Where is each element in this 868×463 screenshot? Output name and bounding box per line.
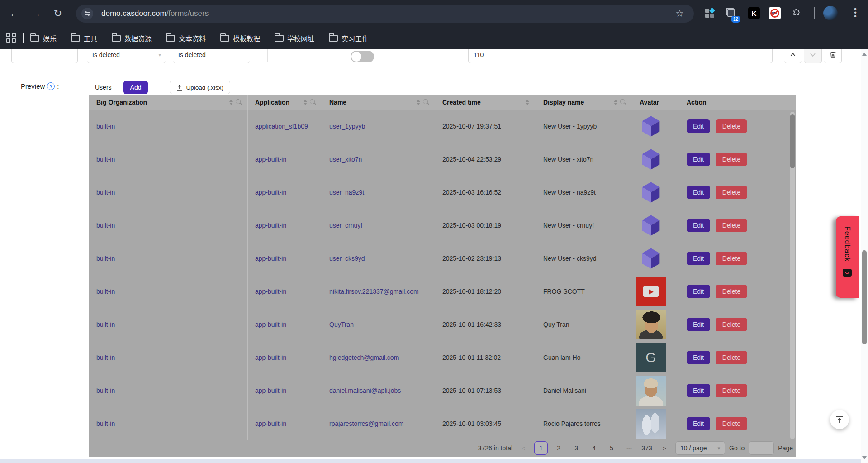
bookmark-star-icon[interactable]: ☆ (675, 8, 684, 19)
extension-grid-icon[interactable] (704, 7, 716, 19)
application-link[interactable]: app-built-in (255, 387, 286, 394)
org-link[interactable]: built-in (96, 222, 115, 229)
delete-button[interactable]: Delete (716, 119, 747, 133)
org-link[interactable]: built-in (96, 255, 115, 262)
ellipsis-pages[interactable]: ••• (622, 441, 636, 455)
username-link[interactable]: user_cks9yd (329, 255, 365, 262)
column-header-name[interactable]: Name (322, 95, 435, 110)
bookmark-folder[interactable]: 实习工作 (329, 33, 369, 43)
username-link[interactable]: nikita.firsov.221337@gmail.com (329, 288, 419, 295)
column-header-big-organization[interactable]: Big Organization (89, 95, 248, 110)
last-page-button[interactable]: 373 (640, 441, 654, 455)
sort-icon[interactable] (229, 100, 233, 105)
application-link[interactable]: app-built-in (255, 354, 286, 361)
org-link[interactable]: built-in (96, 420, 115, 427)
application-link[interactable]: app-built-in (255, 189, 286, 196)
table-scrollbar[interactable] (790, 112, 795, 439)
edit-button[interactable]: Edit (687, 285, 710, 298)
forward-icon[interactable]: → (29, 6, 43, 21)
search-icon[interactable] (236, 99, 242, 105)
column-header-application[interactable]: Application (248, 95, 322, 110)
chrome-menu-icon[interactable]: ••• (852, 7, 859, 18)
upload-xlsx-button[interactable]: Upload (.xlsx) (170, 81, 230, 94)
clipped-field[interactable] (11, 49, 78, 63)
page-5[interactable]: 5 (605, 441, 618, 455)
feedback-tab[interactable]: Feedback (836, 216, 859, 298)
scrollbar-thumb[interactable] (862, 250, 867, 344)
help-icon[interactable]: ? (47, 82, 55, 90)
application-link[interactable]: application_sf1b09 (255, 123, 308, 130)
edit-button[interactable]: Edit (687, 119, 710, 133)
application-link[interactable]: app-built-in (255, 420, 286, 427)
edit-button[interactable]: Edit (687, 351, 710, 364)
application-link[interactable]: app-built-in (255, 222, 286, 229)
apps-grid-icon[interactable] (6, 33, 16, 43)
sort-icon[interactable] (417, 100, 420, 105)
username-link[interactable]: hgledgetech@gmail.com (329, 354, 399, 361)
page-3[interactable]: 3 (569, 441, 583, 455)
edit-button[interactable]: Edit (687, 318, 710, 331)
delete-button[interactable]: Delete (716, 384, 747, 397)
prev-page-button[interactable]: < (517, 441, 530, 455)
delete-button[interactable]: Delete (716, 417, 747, 430)
username-link[interactable]: rpajarestorres@gmail.com (329, 420, 403, 427)
add-button[interactable]: Add (123, 81, 148, 94)
extension-k-icon[interactable]: K (748, 7, 760, 19)
next-page-button[interactable]: > (658, 441, 671, 455)
application-link[interactable]: app-built-in (255, 288, 286, 295)
extensions-puzzle-icon[interactable] (791, 7, 802, 19)
is-deleted-input[interactable]: Is deleted (173, 49, 250, 63)
search-icon[interactable] (423, 99, 429, 105)
page-4[interactable]: 4 (587, 441, 601, 455)
edit-button[interactable]: Edit (687, 417, 710, 430)
username-link[interactable]: user_crnuyf (329, 222, 362, 229)
delete-button[interactable]: Delete (716, 285, 747, 298)
delete-button[interactable]: Delete (716, 318, 747, 331)
edit-button[interactable]: Edit (687, 186, 710, 199)
sort-icon[interactable] (614, 100, 617, 105)
scroll-up-arrow[interactable] (862, 53, 867, 56)
application-link[interactable]: app-built-in (255, 255, 286, 262)
delete-button[interactable]: Delete (716, 252, 747, 265)
scroll-down-arrow[interactable] (862, 456, 867, 459)
extension-url-blocker-icon[interactable]: URL (769, 7, 781, 19)
application-link[interactable]: app-built-in (255, 321, 286, 328)
move-up-button[interactable] (784, 49, 802, 63)
page-1[interactable]: 1 (534, 441, 548, 455)
delete-button[interactable]: Delete (716, 153, 747, 166)
edit-button[interactable]: Edit (687, 219, 710, 232)
bookmark-folder[interactable]: 数据资源 (112, 33, 152, 43)
reload-icon[interactable]: ↻ (51, 6, 65, 21)
page-2[interactable]: 2 (552, 441, 565, 455)
number-input[interactable]: 110 (468, 49, 773, 63)
is-deleted-select[interactable]: Is deleted▾ (87, 49, 166, 63)
table-scrollbar-thumb[interactable] (790, 114, 795, 168)
bookmark-folder[interactable]: 工具 (71, 33, 97, 43)
back-to-top-button[interactable] (830, 410, 849, 429)
goto-page-input[interactable] (749, 441, 774, 455)
username-link[interactable]: user_xito7n (329, 156, 362, 163)
delete-row-button[interactable] (824, 49, 842, 63)
username-link[interactable]: daniel.malisani@apli.jobs (329, 387, 401, 394)
page-size-select[interactable]: 10 / page▾ (675, 441, 725, 455)
search-icon[interactable] (310, 99, 316, 105)
application-link[interactable]: app-built-in (255, 156, 286, 163)
browser-scrollbar[interactable] (861, 49, 868, 463)
sort-icon[interactable] (304, 100, 307, 105)
org-link[interactable]: built-in (96, 189, 115, 196)
username-link[interactable]: user_na9z9t (329, 189, 364, 196)
back-icon[interactable]: ← (7, 6, 22, 21)
org-link[interactable]: built-in (96, 123, 115, 130)
edit-button[interactable]: Edit (687, 252, 710, 265)
delete-button[interactable]: Delete (716, 219, 747, 232)
org-link[interactable]: built-in (96, 354, 115, 361)
address-bar[interactable]: demo.casdoor.com/forms/users ☆ (76, 5, 694, 23)
org-link[interactable]: built-in (96, 387, 115, 394)
toggle-switch-off[interactable] (351, 51, 374, 62)
column-header-display-name[interactable]: Display name (536, 95, 632, 110)
bookmark-folder[interactable]: 文本资料 (166, 33, 206, 43)
column-header-created-time[interactable]: Created time (435, 95, 536, 110)
url-text[interactable]: demo.casdoor.com/forms/users (101, 9, 209, 18)
delete-button[interactable]: Delete (716, 186, 747, 199)
bookmark-folder[interactable]: 娱乐 (30, 33, 57, 43)
